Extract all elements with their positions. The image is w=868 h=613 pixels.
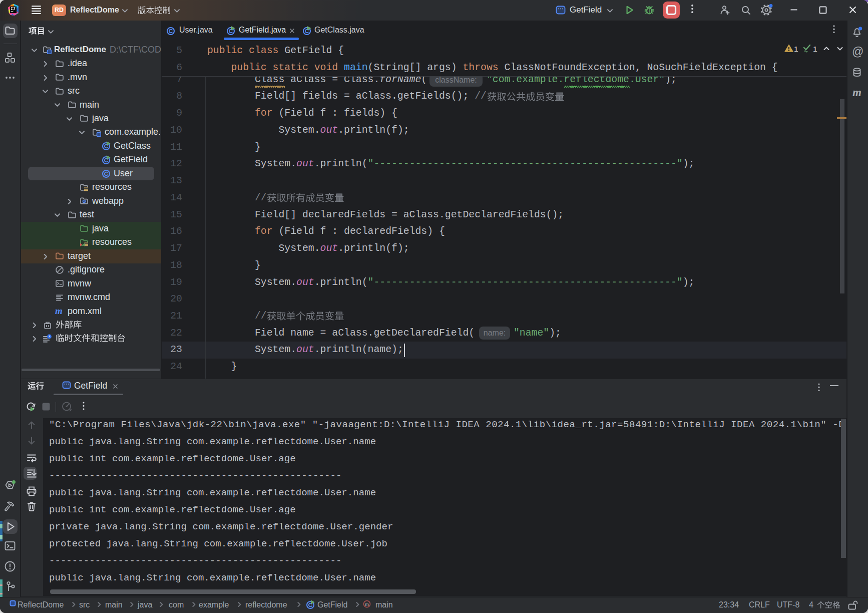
- svg-text:m: m: [365, 601, 369, 607]
